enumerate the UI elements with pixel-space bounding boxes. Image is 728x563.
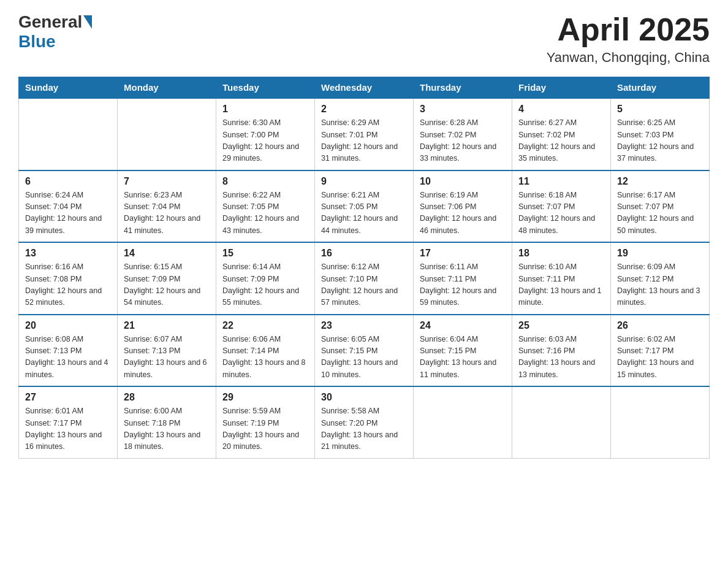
day-info: Sunrise: 6:00 AM Sunset: 7:18 PM Dayligh… (124, 405, 210, 453)
calendar-cell: 9Sunrise: 6:21 AM Sunset: 7:05 PM Daylig… (315, 170, 414, 243)
calendar-cell: 29Sunrise: 5:59 AM Sunset: 7:19 PM Dayli… (216, 386, 315, 458)
day-info: Sunrise: 6:16 AM Sunset: 7:08 PM Dayligh… (25, 261, 111, 309)
day-info: Sunrise: 6:06 AM Sunset: 7:14 PM Dayligh… (222, 334, 308, 381)
day-info: Sunrise: 6:03 AM Sunset: 7:16 PM Dayligh… (518, 334, 604, 381)
day-number: 5 (617, 104, 703, 115)
calendar-cell: 8Sunrise: 6:22 AM Sunset: 7:05 PM Daylig… (216, 170, 315, 243)
day-info: Sunrise: 6:27 AM Sunset: 7:02 PM Dayligh… (518, 117, 604, 165)
day-number: 23 (321, 320, 407, 331)
calendar-header-row: SundayMondayTuesdayWednesdayThursdayFrid… (19, 77, 710, 99)
day-header-thursday: Thursday (414, 77, 512, 99)
calendar-cell (414, 386, 512, 458)
day-number: 4 (518, 104, 604, 115)
calendar-cell: 13Sunrise: 6:16 AM Sunset: 7:08 PM Dayli… (19, 242, 118, 315)
calendar-cell: 18Sunrise: 6:10 AM Sunset: 7:11 PM Dayli… (512, 242, 611, 315)
calendar-cell: 25Sunrise: 6:03 AM Sunset: 7:16 PM Dayli… (512, 315, 611, 387)
logo: General Blue (18, 12, 93, 52)
calendar-title: April 2025 (547, 12, 710, 47)
calendar-cell (19, 98, 118, 170)
day-number: 10 (420, 176, 506, 187)
day-number: 7 (124, 176, 210, 187)
day-header-sunday: Sunday (19, 77, 118, 99)
day-number: 18 (518, 248, 604, 259)
day-number: 9 (321, 176, 407, 187)
week-row-3: 13Sunrise: 6:16 AM Sunset: 7:08 PM Dayli… (19, 242, 710, 315)
day-number: 24 (420, 320, 506, 331)
day-header-saturday: Saturday (611, 77, 710, 99)
page-header: General Blue April 2025 Yanwan, Chongqin… (18, 12, 710, 66)
logo-triangle-icon (83, 15, 92, 29)
calendar-cell: 7Sunrise: 6:23 AM Sunset: 7:04 PM Daylig… (118, 170, 216, 243)
day-number: 15 (222, 248, 308, 259)
day-number: 30 (321, 392, 407, 403)
day-info: Sunrise: 6:01 AM Sunset: 7:17 PM Dayligh… (25, 405, 111, 453)
day-number: 28 (124, 392, 210, 403)
day-number: 20 (25, 320, 111, 331)
day-info: Sunrise: 6:12 AM Sunset: 7:10 PM Dayligh… (321, 261, 407, 309)
calendar-cell: 26Sunrise: 6:02 AM Sunset: 7:17 PM Dayli… (611, 315, 710, 387)
logo-blue-text: Blue (18, 32, 56, 51)
day-info: Sunrise: 6:09 AM Sunset: 7:12 PM Dayligh… (617, 261, 703, 309)
day-header-friday: Friday (512, 77, 611, 99)
day-info: Sunrise: 6:28 AM Sunset: 7:02 PM Dayligh… (420, 117, 506, 165)
day-number: 13 (25, 248, 111, 259)
calendar-cell: 3Sunrise: 6:28 AM Sunset: 7:02 PM Daylig… (414, 98, 512, 170)
calendar-subtitle: Yanwan, Chongqing, China (547, 50, 710, 66)
day-number: 3 (420, 104, 506, 115)
day-info: Sunrise: 6:02 AM Sunset: 7:17 PM Dayligh… (617, 334, 703, 381)
day-header-wednesday: Wednesday (315, 77, 414, 99)
calendar-cell: 6Sunrise: 6:24 AM Sunset: 7:04 PM Daylig… (19, 170, 118, 243)
calendar-cell: 12Sunrise: 6:17 AM Sunset: 7:07 PM Dayli… (611, 170, 710, 243)
calendar-cell: 1Sunrise: 6:30 AM Sunset: 7:00 PM Daylig… (216, 98, 315, 170)
day-number: 14 (124, 248, 210, 259)
calendar-cell: 30Sunrise: 5:58 AM Sunset: 7:20 PM Dayli… (315, 386, 414, 458)
logo-general-text: General (18, 12, 82, 32)
calendar-cell: 23Sunrise: 6:05 AM Sunset: 7:15 PM Dayli… (315, 315, 414, 387)
day-number: 25 (518, 320, 604, 331)
day-info: Sunrise: 6:11 AM Sunset: 7:11 PM Dayligh… (420, 261, 506, 309)
week-row-4: 20Sunrise: 6:08 AM Sunset: 7:13 PM Dayli… (19, 315, 710, 387)
day-info: Sunrise: 6:24 AM Sunset: 7:04 PM Dayligh… (25, 190, 111, 237)
day-number: 29 (222, 392, 308, 403)
day-number: 17 (420, 248, 506, 259)
calendar-cell: 20Sunrise: 6:08 AM Sunset: 7:13 PM Dayli… (19, 315, 118, 387)
calendar-cell: 10Sunrise: 6:19 AM Sunset: 7:06 PM Dayli… (414, 170, 512, 243)
day-number: 6 (25, 176, 111, 187)
week-row-5: 27Sunrise: 6:01 AM Sunset: 7:17 PM Dayli… (19, 386, 710, 458)
day-info: Sunrise: 6:25 AM Sunset: 7:03 PM Dayligh… (617, 117, 703, 165)
day-number: 26 (617, 320, 703, 331)
day-info: Sunrise: 6:29 AM Sunset: 7:01 PM Dayligh… (321, 117, 407, 165)
calendar-cell: 16Sunrise: 6:12 AM Sunset: 7:10 PM Dayli… (315, 242, 414, 315)
title-block: April 2025 Yanwan, Chongqing, China (547, 12, 710, 66)
calendar-cell: 28Sunrise: 6:00 AM Sunset: 7:18 PM Dayli… (118, 386, 216, 458)
calendar-cell: 15Sunrise: 6:14 AM Sunset: 7:09 PM Dayli… (216, 242, 315, 315)
day-info: Sunrise: 6:17 AM Sunset: 7:07 PM Dayligh… (617, 190, 703, 237)
week-row-2: 6Sunrise: 6:24 AM Sunset: 7:04 PM Daylig… (19, 170, 710, 243)
calendar-cell (118, 98, 216, 170)
calendar-cell (611, 386, 710, 458)
day-info: Sunrise: 6:18 AM Sunset: 7:07 PM Dayligh… (518, 190, 604, 237)
day-info: Sunrise: 6:07 AM Sunset: 7:13 PM Dayligh… (124, 334, 210, 381)
day-info: Sunrise: 6:15 AM Sunset: 7:09 PM Dayligh… (124, 261, 210, 309)
calendar-cell (512, 386, 611, 458)
calendar-table: SundayMondayTuesdayWednesdayThursdayFrid… (18, 77, 710, 459)
day-info: Sunrise: 5:58 AM Sunset: 7:20 PM Dayligh… (321, 405, 407, 453)
calendar-cell: 21Sunrise: 6:07 AM Sunset: 7:13 PM Dayli… (118, 315, 216, 387)
day-header-monday: Monday (118, 77, 216, 99)
calendar-cell: 2Sunrise: 6:29 AM Sunset: 7:01 PM Daylig… (315, 98, 414, 170)
day-info: Sunrise: 6:10 AM Sunset: 7:11 PM Dayligh… (518, 261, 604, 309)
day-number: 27 (25, 392, 111, 403)
day-info: Sunrise: 6:08 AM Sunset: 7:13 PM Dayligh… (25, 334, 111, 381)
day-number: 2 (321, 104, 407, 115)
day-info: Sunrise: 6:21 AM Sunset: 7:05 PM Dayligh… (321, 190, 407, 237)
day-info: Sunrise: 6:22 AM Sunset: 7:05 PM Dayligh… (222, 190, 308, 237)
week-row-1: 1Sunrise: 6:30 AM Sunset: 7:00 PM Daylig… (19, 98, 710, 170)
day-info: Sunrise: 5:59 AM Sunset: 7:19 PM Dayligh… (222, 405, 308, 453)
day-info: Sunrise: 6:05 AM Sunset: 7:15 PM Dayligh… (321, 334, 407, 381)
calendar-cell: 4Sunrise: 6:27 AM Sunset: 7:02 PM Daylig… (512, 98, 611, 170)
calendar-cell: 11Sunrise: 6:18 AM Sunset: 7:07 PM Dayli… (512, 170, 611, 243)
day-info: Sunrise: 6:23 AM Sunset: 7:04 PM Dayligh… (124, 190, 210, 237)
day-number: 11 (518, 176, 604, 187)
calendar-cell: 27Sunrise: 6:01 AM Sunset: 7:17 PM Dayli… (19, 386, 118, 458)
day-number: 21 (124, 320, 210, 331)
